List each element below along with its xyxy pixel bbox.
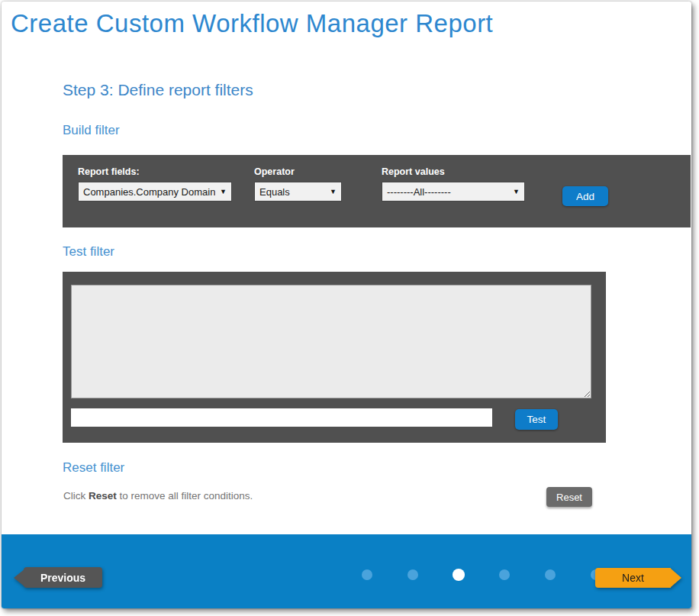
step-heading: Step 3: Define report filters — [63, 81, 253, 99]
step-dots — [362, 569, 601, 580]
report-values-group: Report values --------All-------- ▼ — [382, 166, 525, 202]
report-fields-select[interactable]: Companies.Company Domain Na ▼ — [78, 182, 232, 202]
step-dot — [407, 569, 418, 580]
report-values-select[interactable]: --------All-------- ▼ — [382, 182, 525, 202]
test-filter-panel: Test — [63, 272, 606, 443]
arrow-right-icon — [670, 568, 681, 588]
step-dot — [362, 569, 372, 580]
add-button[interactable]: Add — [562, 186, 608, 206]
reset-description: Click Reset to remove all filter conditi… — [63, 490, 253, 502]
report-fields-group: Report fields: Companies.Company Domain … — [78, 166, 232, 202]
step-dot — [499, 569, 510, 580]
operator-group: Operator Equals ▼ — [254, 166, 342, 202]
filter-expression-textarea[interactable] — [71, 285, 591, 398]
chevron-down-icon: ▼ — [508, 188, 520, 195]
reset-button[interactable]: Reset — [546, 487, 592, 507]
step-dot-active — [453, 569, 465, 581]
next-button-label: Next — [595, 568, 671, 588]
reset-filter-heading: Reset filter — [63, 460, 124, 476]
reset-description-prefix: Click — [63, 490, 89, 502]
chevron-down-icon: ▼ — [325, 188, 337, 195]
report-fields-selected-value: Companies.Company Domain Na — [83, 186, 215, 198]
test-button[interactable]: Test — [515, 409, 558, 430]
test-filter-heading: Test filter — [63, 244, 114, 260]
page-title: Create Custom Workflow Manager Report — [11, 9, 493, 38]
operator-selected-value: Equals — [259, 186, 325, 198]
reset-description-bold: Reset — [89, 490, 117, 502]
test-value-input[interactable] — [71, 408, 492, 427]
wizard-card: Create Custom Workflow Manager Report St… — [2, 2, 691, 608]
previous-button[interactable]: Previous — [14, 567, 102, 588]
report-fields-label: Report fields: — [78, 166, 232, 177]
previous-button-label: Previous — [24, 567, 102, 588]
wizard-footer: Previous Next — [2, 534, 691, 608]
build-filter-heading: Build filter — [63, 123, 120, 138]
report-values-selected-value: --------All-------- — [387, 186, 508, 198]
next-button[interactable]: Next — [595, 568, 681, 588]
reset-description-suffix: to remove all filter conditions. — [117, 490, 253, 502]
step-dot — [545, 569, 556, 580]
operator-select[interactable]: Equals ▼ — [254, 182, 342, 202]
operator-label: Operator — [254, 166, 342, 177]
report-values-label: Report values — [382, 166, 525, 177]
chevron-down-icon: ▼ — [215, 188, 227, 195]
build-filter-panel: Report fields: Companies.Company Domain … — [63, 155, 691, 227]
